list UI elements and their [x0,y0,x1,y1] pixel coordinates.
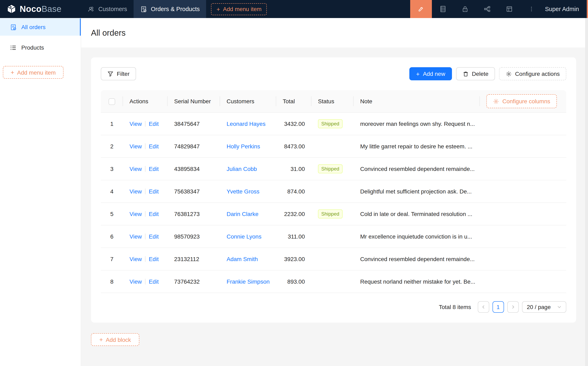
pagination-page-1[interactable]: 1 [492,301,504,313]
select-all-checkbox[interactable] [109,98,115,105]
orders-tbody: 1ViewEdit38475647Leonard Hayes3432.00Shi… [101,113,566,293]
customer-link[interactable]: Leonard Hayes [226,121,265,127]
lock-icon[interactable] [454,0,476,18]
view-link[interactable]: View [129,211,142,217]
configure-columns-button[interactable]: Configure columns [486,94,557,108]
row-actions-cell: ViewEdit [123,270,168,293]
sidebar-add-menu-item-label: Add menu item [17,69,56,76]
view-link[interactable]: View [129,278,142,285]
tab-customers[interactable]: Customers [81,0,134,18]
view-link[interactable]: View [129,256,142,262]
edit-link[interactable]: Edit [149,256,158,262]
customer-cell: Holly Perkins [220,135,276,158]
serial-number-cell: 74829847 [168,135,220,158]
customer-link[interactable]: Frankie Simpson [226,278,270,285]
row-index: 7 [101,248,123,270]
row-actions-cell: ViewEdit [123,158,168,180]
add-block-button[interactable]: + Add block [91,333,139,346]
view-link[interactable]: View [129,143,142,150]
more-ellipsis-icon[interactable] [520,0,543,18]
customer-link[interactable]: Connie Lyons [226,233,261,240]
column-header-status: Status [311,90,354,113]
action-divider [145,121,145,127]
serial-number-cell: 75638347 [168,180,220,203]
view-link[interactable]: View [129,188,142,195]
action-divider [145,211,145,217]
page-scrollbar[interactable] [585,18,588,366]
customer-link[interactable]: Julian Cobb [226,166,257,172]
edit-link[interactable]: Edit [149,166,158,172]
edit-link[interactable]: Edit [149,143,158,150]
status-badge: Shipped [318,119,343,128]
row-filler-cell [480,158,566,180]
orders-table-block: Filter + Add new [91,57,576,323]
row-actions-cell: ViewEdit [123,135,168,158]
customer-link[interactable]: Darin Clarke [226,211,259,217]
filter-button[interactable]: Filter [101,67,136,80]
nav-add-menu-item-button[interactable]: + Add menu item [211,3,267,15]
row-index: 5 [101,203,123,225]
customer-link[interactable]: Holly Perkins [226,143,260,150]
customer-link[interactable]: Adam Smith [226,256,258,262]
column-header-configure: Configure columns [480,90,566,113]
tab-orders-products[interactable]: Orders & Products [134,0,206,18]
row-actions-cell: ViewEdit [123,180,168,203]
serial-number-cell: 98570923 [168,225,220,248]
add-block-label: Add block [106,336,131,343]
column-header-note: Note [354,90,480,113]
ui-editor-button[interactable] [410,0,432,18]
status-cell: Shipped [311,158,354,180]
user-name: Super Admin [545,6,579,12]
sidebar-item-products[interactable]: Products [0,39,81,56]
total-cell: 3432.00 [276,113,311,135]
collections-database-icon[interactable] [432,0,454,18]
serial-number-cell: 23132112 [168,248,220,270]
sidebar-item-all-orders[interactable]: All orders [0,18,81,36]
plugin-partition-icon[interactable] [476,0,498,18]
customer-link[interactable]: Yvette Gross [226,188,259,195]
page-size-value: 20 / page [527,304,551,310]
table-toolbar: Filter + Add new [101,67,566,80]
edit-link[interactable]: Edit [149,211,158,217]
total-cell: 8473.00 [276,135,311,158]
page-size-select[interactable]: 20 / page [522,301,566,313]
file-check-icon [10,23,17,30]
edit-link[interactable]: Edit [149,188,158,195]
tab-label: Customers [98,6,127,12]
edit-link[interactable]: Edit [149,278,158,285]
view-link[interactable]: View [129,121,142,127]
table-row: 7ViewEdit23132112Adam Smith3923.00Convin… [101,248,566,270]
view-link[interactable]: View [129,166,142,172]
layout-icon[interactable] [498,0,520,18]
pagination-next-button[interactable] [507,301,519,313]
cube-logo-icon [7,4,16,14]
row-filler-cell [480,270,566,293]
sidebar-item-label: Products [21,44,44,51]
table-row: 5ViewEdit76381273Darin Clarke2232.00Ship… [101,203,566,225]
edit-link[interactable]: Edit [149,233,158,240]
nocobase-logo[interactable]: NocoBase [0,0,81,18]
delete-button[interactable]: Delete [456,67,495,80]
page-header: All orders [81,18,588,47]
user-menu[interactable]: Super Admin [543,0,588,18]
configure-actions-button[interactable]: Configure actions [499,67,566,80]
table-row: 2ViewEdit74829847Holly Perkins8473.00My … [101,135,566,158]
view-link[interactable]: View [129,233,142,240]
customer-cell: Yvette Gross [220,180,276,203]
add-new-button[interactable]: + Add new [410,67,452,80]
table-row: 8ViewEdit73764232Frankie Simpson893.00Re… [101,270,566,293]
total-cell: 2232.00 [276,203,311,225]
action-divider [145,256,145,262]
serial-number-cell: 73764232 [168,270,220,293]
plus-icon: + [217,6,220,12]
configure-columns-label: Configure columns [502,98,550,105]
page-content: Filter + Add new [81,47,588,366]
file-check-icon [140,6,147,13]
total-cell: 31.00 [276,158,311,180]
edit-link[interactable]: Edit [149,121,158,127]
row-index: 4 [101,180,123,203]
row-index: 2 [101,135,123,158]
sidebar-add-menu-item-button[interactable]: + Add menu item [3,66,63,79]
pagination-prev-button[interactable] [478,301,489,313]
table-row: 4ViewEdit75638347Yvette Gross874.00Delig… [101,180,566,203]
